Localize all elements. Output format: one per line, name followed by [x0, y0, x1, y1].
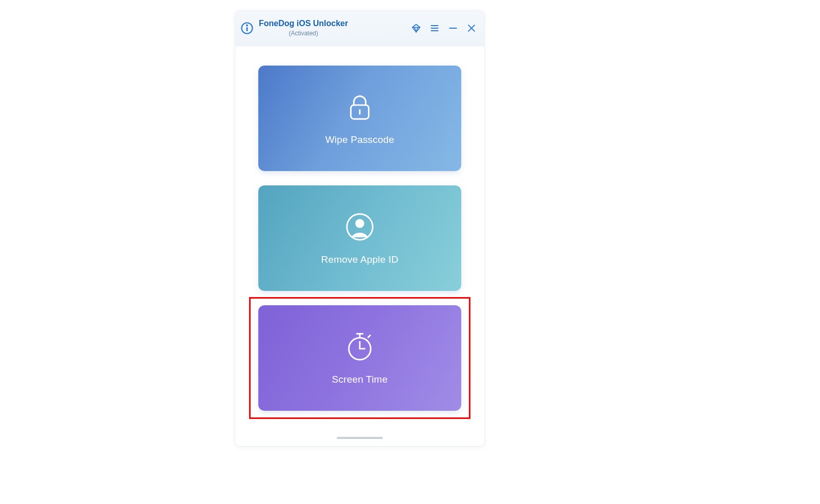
app-window: FoneDog iOS Unlocker (Activated): [235, 10, 485, 447]
remove-apple-id-card[interactable]: Remove Apple ID: [258, 185, 461, 291]
close-button[interactable]: [466, 23, 477, 34]
user-icon: [344, 211, 376, 243]
screen-time-label: Screen Time: [332, 374, 388, 385]
main-content: Wipe Passcode Remove Apple ID: [235, 46, 484, 411]
menu-icon[interactable]: [429, 23, 440, 34]
premium-icon[interactable]: [411, 23, 422, 34]
app-logo-icon: [240, 22, 254, 35]
app-subtitle: (Activated): [259, 30, 348, 37]
svg-line-15: [368, 335, 370, 338]
svg-point-1: [246, 25, 248, 27]
stopwatch-icon: [344, 331, 376, 363]
window-controls: [411, 23, 477, 34]
svg-rect-2: [247, 27, 248, 31]
remove-apple-id-label: Remove Apple ID: [321, 254, 399, 265]
app-title: FoneDog iOS Unlocker: [259, 19, 348, 28]
app-brand: FoneDog iOS Unlocker (Activated): [240, 19, 348, 37]
wipe-passcode-label: Wipe Passcode: [325, 134, 395, 145]
minimize-button[interactable]: [447, 23, 459, 34]
titlebar: FoneDog iOS Unlocker (Activated): [235, 11, 484, 46]
home-indicator: [337, 437, 383, 439]
screen-time-card[interactable]: Screen Time: [258, 305, 461, 411]
svg-point-12: [355, 219, 364, 228]
wipe-passcode-card[interactable]: Wipe Passcode: [258, 66, 461, 171]
lock-icon: [344, 91, 376, 123]
